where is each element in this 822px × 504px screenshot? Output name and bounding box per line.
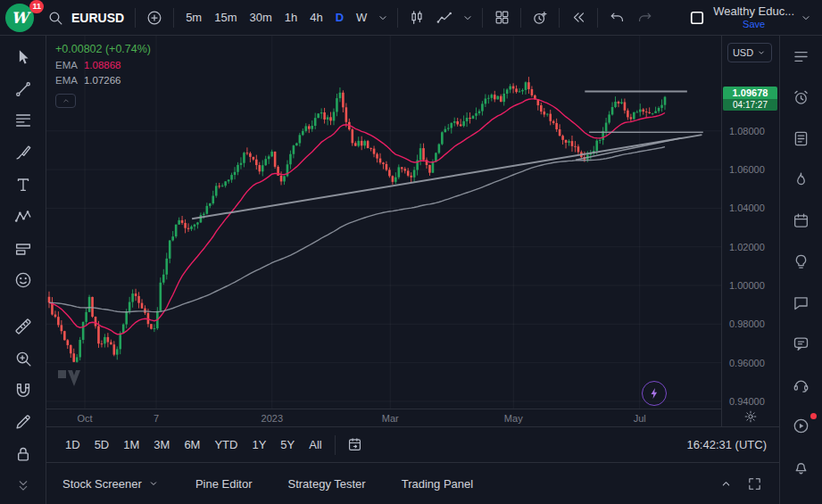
trendline-tool-button[interactable] (8, 78, 38, 100)
price-tick-label: 1.02000 (729, 242, 765, 252)
undo-icon (609, 9, 626, 26)
footer-tab-pine-editor[interactable]: Pine Editor (195, 477, 253, 491)
lock-tool-button[interactable] (8, 443, 38, 465)
text-tool-button[interactable] (8, 174, 38, 195)
open-panel-chevron-button[interactable] (717, 470, 735, 497)
ruler-tool-button[interactable] (8, 316, 38, 337)
bar-replay-button[interactable] (565, 4, 592, 31)
save-layout-button[interactable]: Save (743, 19, 765, 30)
cursor-icon (13, 47, 33, 67)
interval-1h-button[interactable]: 1h (278, 5, 303, 30)
interval-30m-button[interactable]: 30m (243, 5, 278, 30)
price-axis[interactable]: USD 1.080001.060001.040001.020001.000000… (721, 36, 779, 426)
quick-actions-button[interactable] (642, 381, 667, 406)
search-icon (46, 9, 64, 27)
emoji-tool-button[interactable] (8, 269, 38, 291)
pane-layout-button[interactable] (684, 4, 710, 31)
zoom-in-tool-button[interactable] (8, 348, 38, 369)
go-to-date-button[interactable] (342, 432, 369, 459)
chart-settings-button[interactable] (740, 409, 761, 425)
chats-button[interactable] (788, 293, 815, 312)
range-3M-button[interactable]: 3M (147, 434, 176, 457)
magnet-tool-button[interactable] (8, 380, 38, 401)
indicator-value: 1.08868 (84, 60, 121, 70)
last-price-badge: 1.09678 04:17:27 (723, 87, 777, 111)
redo-button[interactable] (631, 4, 658, 31)
pane-square-icon (688, 9, 706, 27)
comments-button[interactable] (788, 334, 815, 353)
currency-chevron (756, 47, 767, 58)
symbol-search-button[interactable] (42, 4, 69, 31)
price-tick-label: 0.96000 (729, 358, 765, 368)
footer-tab-strategy-tester[interactable]: Strategy Tester (287, 477, 365, 491)
interval-W-button[interactable]: W (350, 5, 373, 30)
range-1Y-button[interactable]: 1Y (245, 434, 272, 457)
footer-tab-stock-screener[interactable]: Stock Screener (62, 477, 160, 491)
currency-selector[interactable]: USD (727, 43, 772, 62)
fullscreen-button[interactable] (745, 470, 763, 497)
footer-tab-trading-panel[interactable]: Trading Panel (402, 477, 473, 491)
position-tool-button[interactable] (8, 238, 38, 260)
account-menu[interactable]: Wealthy Educ... Save (711, 5, 796, 30)
last-price: 1.09678 (723, 87, 777, 99)
divider (335, 435, 336, 455)
calendar-button[interactable] (788, 211, 815, 230)
chart-area[interactable]: +0.00802 (+0.74%) EMA1.08868EMA1.07266 O… (46, 36, 721, 426)
range-1M-button[interactable]: 1M (117, 434, 145, 457)
alerts-button[interactable] (788, 87, 815, 107)
range-5Y-button[interactable]: 5Y (274, 434, 301, 457)
compare-add-symbol-button[interactable] (141, 4, 168, 31)
ideas-button[interactable] (788, 252, 815, 271)
watchlist-button[interactable] (788, 46, 815, 66)
app-logo[interactable]: W 11 (4, 2, 41, 34)
indicators-button[interactable] (431, 4, 458, 31)
footer-tab-label: Trading Panel (402, 477, 473, 491)
interval-5m-button[interactable]: 5m (179, 5, 208, 30)
fib-retracement-tool-button[interactable] (8, 111, 38, 132)
brush-tool-button[interactable] (8, 142, 38, 163)
range-6M-button[interactable]: 6M (178, 434, 206, 457)
range-All-button[interactable]: All (303, 434, 328, 457)
hotlists-button[interactable] (788, 169, 815, 189)
pattern-tool-button[interactable] (8, 206, 38, 227)
trendline-icon (13, 79, 33, 99)
range-1D-button[interactable]: 1D (59, 434, 87, 457)
cursor-tool-button[interactable] (8, 46, 38, 68)
streams-button[interactable] (788, 416, 815, 435)
fib-retracement-icon (13, 111, 33, 130)
footer-tab-label: Pine Editor (195, 477, 253, 491)
ruler-icon (13, 317, 33, 336)
bottom-range-toolbar: 1D5D1M3M6MYTD1Y5YAll 16:42:31 (UTC) (46, 426, 779, 462)
utc-clock[interactable]: 16:42:31 (UTC) (686, 438, 767, 451)
legend-indicator-row[interactable]: EMA1.08868 (55, 60, 151, 70)
data-window-button[interactable] (788, 128, 815, 148)
currency-label: USD (733, 47, 753, 58)
price-tick-label: 1.08000 (729, 126, 765, 136)
pencil-tool-button[interactable] (8, 412, 38, 434)
interval-15m-button[interactable]: 15m (208, 5, 243, 30)
time-ax is[interactable]: Oct72023MarMayJul (46, 409, 721, 426)
range-YTD-button[interactable]: YTD (208, 434, 244, 457)
divider (482, 8, 483, 28)
pencil-icon (13, 412, 33, 432)
range-5D-button[interactable]: 5D (88, 434, 116, 457)
interval-4h-button[interactable]: 4h (303, 5, 328, 30)
create-alert-button[interactable] (527, 4, 553, 31)
center-column: +0.00802 (+0.74%) EMA1.08868EMA1.07266 O… (46, 36, 779, 504)
support-button[interactable] (788, 375, 815, 394)
main-row: +0.00802 (+0.74%) EMA1.08868EMA1.07266 O… (0, 36, 822, 504)
double-chevron-down-icon (15, 478, 31, 494)
indicators-chevron-button[interactable] (459, 4, 477, 31)
legend-indicator-row[interactable]: EMA1.07266 (55, 75, 151, 86)
notifications-button[interactable] (788, 457, 815, 476)
interval-D-button[interactable]: D (329, 5, 350, 30)
interval-menu-chevron-button[interactable] (374, 4, 392, 31)
tradingview-watermark-logo[interactable] (57, 368, 91, 392)
account-chevron-button[interactable] (797, 4, 815, 31)
toolbar-more-button[interactable] (8, 475, 38, 497)
undo-button[interactable] (603, 4, 630, 31)
symbol-name[interactable]: EURUSD (70, 11, 129, 25)
layout-grid-button[interactable] (488, 4, 515, 31)
legend-collapse-button[interactable] (55, 94, 76, 108)
chart-style-button[interactable] (403, 4, 430, 31)
